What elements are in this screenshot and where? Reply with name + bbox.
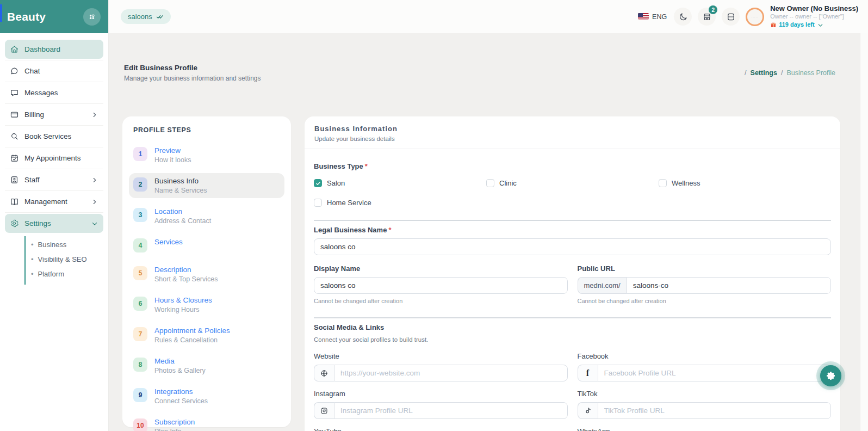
youtube-label: YouTube <box>314 427 568 431</box>
avatar[interactable]: ····· <box>746 8 764 26</box>
avatar-text: ····· <box>752 15 759 19</box>
display-name-field[interactable] <box>314 277 568 294</box>
brand-logo: Beauty <box>7 10 46 23</box>
legal-name-label: Legal Business Name* <box>314 226 831 234</box>
step-title[interactable]: Description <box>154 266 218 274</box>
scrollbar[interactable] <box>860 33 868 431</box>
step-title[interactable]: Preview <box>154 146 191 155</box>
sidebar-item-book-services[interactable]: Book Services <box>5 127 103 146</box>
legal-name-field[interactable] <box>314 238 831 255</box>
step-item-8[interactable]: 8MediaPhotos & Gallery <box>129 353 284 378</box>
sidebar-item-label: Chat <box>24 67 98 75</box>
step-item-5[interactable]: 5DescriptionShort & Top Services <box>129 262 284 287</box>
bullet: • <box>31 270 34 278</box>
step-number-badge: 10 <box>133 418 147 431</box>
step-item-7[interactable]: 7Appointment & PoliciesRules & Cancellat… <box>129 323 284 348</box>
sidebar-item-my-appointments[interactable]: My Appointments <box>5 149 103 168</box>
bullet: • <box>31 255 34 263</box>
sidebar-item-settings[interactable]: Settings <box>5 214 103 233</box>
checkbox-icon[interactable] <box>314 199 322 207</box>
public-url-field[interactable] <box>627 277 831 294</box>
facebook-input[interactable] <box>598 365 832 381</box>
step-title[interactable]: Location <box>154 207 211 216</box>
website-field-group: Website <box>314 352 568 381</box>
main-content: Edit Business Profile Manage your busine… <box>109 33 868 431</box>
sidebar-header: Beauty <box>0 0 108 33</box>
sidebar-item-label: Dashboard <box>24 45 98 53</box>
breadcrumb-settings-link[interactable]: Settings <box>751 69 777 77</box>
whatsapp-field-group: WhatsApp <box>578 427 832 431</box>
step-title[interactable]: Media <box>154 357 206 365</box>
sidebar-subitem-visibility-seo[interactable]: •Visibility & SEO <box>26 252 103 267</box>
sidebar-item-billing[interactable]: Billing <box>5 105 103 124</box>
tiktok-input[interactable] <box>598 402 832 419</box>
store-count-badge: 2 <box>709 5 717 14</box>
chat-icon <box>10 66 19 76</box>
sidebar-item-label: Billing <box>24 110 85 119</box>
instagram-input[interactable] <box>334 402 568 419</box>
profile-steps-heading: PROFILE STEPS <box>133 126 280 134</box>
step-title[interactable]: Appointment & Policies <box>154 327 230 335</box>
sidebar-item-label: My Appointments <box>24 154 98 162</box>
sidebar-item-dashboard[interactable]: Dashboard <box>5 40 103 59</box>
step-item-1[interactable]: 1PreviewHow it looks <box>129 143 284 168</box>
home-icon <box>10 45 19 54</box>
step-number-badge: 6 <box>133 297 147 311</box>
checkbox-icon[interactable] <box>659 179 667 187</box>
facebook-icon: f <box>578 365 598 381</box>
step-item-4[interactable]: 4Services <box>129 234 284 256</box>
website-input[interactable] <box>334 365 568 381</box>
step-item-9[interactable]: 9IntegrationsConnect Services <box>129 384 284 409</box>
name-url-row: Display Name Cannot be changed after cre… <box>314 264 831 304</box>
business-type-option-wellness[interactable]: Wellness <box>659 179 831 187</box>
workspace-chip[interactable]: saloons <box>121 9 171 24</box>
user-menu[interactable]: New Owner (No Business) Owner -- owner -… <box>770 4 858 29</box>
step-number-badge: 9 <box>133 388 147 402</box>
step-item-6[interactable]: 6Hours & ClosuresWorking Hours <box>129 292 284 317</box>
stack-button[interactable] <box>722 8 740 26</box>
apps-grid-button[interactable] <box>83 8 101 26</box>
user-name: New Owner (No Business) <box>770 4 858 13</box>
business-type-option-salon[interactable]: Salon <box>314 179 486 187</box>
tiktok-icon <box>578 402 598 419</box>
step-number-badge: 1 <box>133 147 147 161</box>
checkbox-checked-icon[interactable] <box>314 179 322 187</box>
step-title[interactable]: Services <box>154 238 183 246</box>
step-number-badge: 7 <box>133 327 147 341</box>
accent-bar <box>0 4 2 22</box>
step-title[interactable]: Integrations <box>154 387 208 396</box>
step-item-2[interactable]: 2Business InfoName & Services <box>129 173 284 198</box>
step-title[interactable]: Hours & Closures <box>154 296 212 304</box>
sidebar-item-staff[interactable]: Staff <box>5 170 103 189</box>
step-number-badge: 2 <box>133 177 147 192</box>
page-header: Edit Business Profile Manage your busine… <box>124 64 835 82</box>
dark-mode-button[interactable] <box>674 8 692 26</box>
step-subtitle: Rules & Cancellation <box>154 336 230 344</box>
sidebar-item-messages[interactable]: Messages <box>5 83 103 102</box>
step-subtitle: Working Hours <box>154 306 212 313</box>
social-subheading: Connect your social profiles to build tr… <box>314 336 831 343</box>
business-type-option-home-service[interactable]: Home Service <box>314 199 486 207</box>
card-body: Business Type* SalonClinicWellnessHome S… <box>305 149 840 431</box>
step-item-3[interactable]: 3LocationAddress & Contact <box>129 204 284 229</box>
step-subtitle: Name & Services <box>154 187 207 194</box>
business-type-option-clinic[interactable]: Clinic <box>486 179 659 187</box>
sidebar-subitem-business[interactable]: •Business <box>26 237 103 252</box>
checkbox-icon[interactable] <box>486 179 494 187</box>
step-title[interactable]: Business Info <box>154 177 207 185</box>
sidebar-subitem-platform[interactable]: •Platform <box>26 267 103 281</box>
business-type-label: Business Type* <box>314 162 831 170</box>
required-asterisk: * <box>388 226 391 234</box>
checkbox-label: Home Service <box>327 199 371 207</box>
sidebar-item-chat[interactable]: Chat <box>5 61 103 81</box>
store-button[interactable]: 2 <box>698 8 716 26</box>
settings-sub-list: •Business•Visibility & SEO•Platform <box>24 236 103 285</box>
settings-fab-button[interactable] <box>820 365 841 386</box>
language-selector[interactable]: ENG <box>638 13 667 21</box>
chevron-right-icon <box>91 111 98 119</box>
step-item-10[interactable]: 10SubscriptionPlan Info <box>129 414 284 431</box>
sidebar-item-management[interactable]: Management <box>5 192 103 211</box>
globe-icon <box>314 365 334 381</box>
step-title[interactable]: Subscription <box>154 418 195 426</box>
card-header: Business Information Update your busines… <box>305 116 840 149</box>
